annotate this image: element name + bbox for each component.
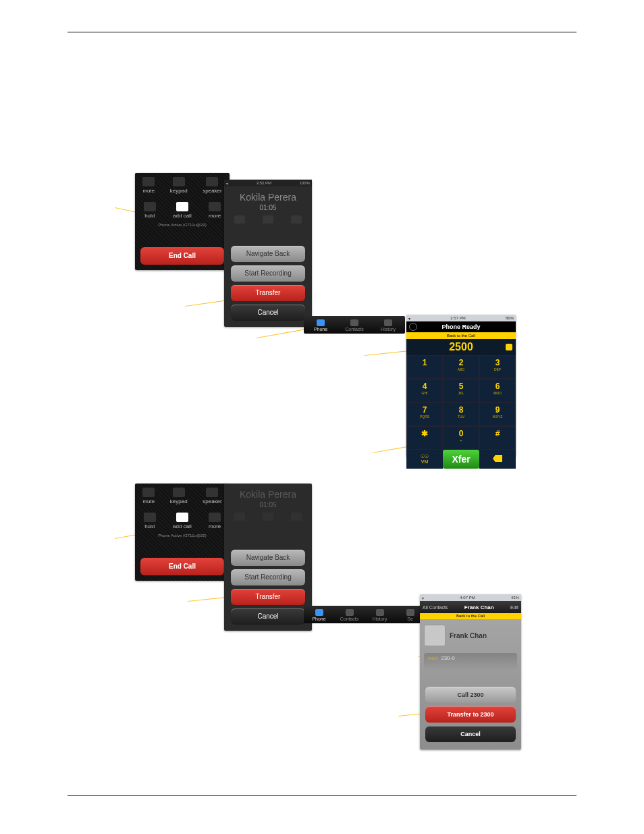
transfer-button[interactable]: Transfer: [231, 589, 305, 605]
endcall-button[interactable]: End Call: [140, 247, 224, 265]
transfer-button[interactable]: Transfer: [231, 285, 305, 301]
keypad-icon: [173, 488, 185, 497]
more-button[interactable]: more: [209, 202, 221, 219]
start-recording-button[interactable]: Start Recording: [231, 569, 305, 585]
contacts-icon: [350, 319, 358, 326]
mute-button[interactable]: mute: [142, 488, 155, 504]
hold-label: hold: [144, 523, 155, 529]
tab-bar: Phone Contacts History: [304, 316, 405, 334]
history-icon: [376, 609, 384, 616]
voicemail-icon: ☉☉: [421, 454, 429, 459]
all-contacts-button[interactable]: All Contacts: [423, 605, 448, 610]
clear-icon[interactable]: [506, 344, 512, 350]
tab-history[interactable]: History: [365, 608, 395, 621]
key-7[interactable]: 7PQRS: [406, 402, 443, 426]
tab-label: Phone: [312, 617, 325, 621]
gear-icon[interactable]: [409, 323, 417, 331]
more-icon: [209, 513, 221, 522]
key-1[interactable]: 1: [406, 355, 443, 379]
key-3[interactable]: 3DEF: [479, 355, 516, 379]
speaker-label: speaker: [203, 188, 221, 194]
field-value: 230-0: [441, 655, 454, 661]
key-hash[interactable]: #: [479, 426, 516, 450]
cancel-button[interactable]: Cancel: [231, 305, 305, 321]
keypad-button[interactable]: keypad: [170, 488, 188, 504]
start-recording-button[interactable]: Start Recording: [231, 265, 305, 282]
dialer-screen: ▾2:57 PM86% Phone Ready Back to the Call…: [406, 315, 516, 457]
key-6[interactable]: 6MNO: [479, 379, 516, 402]
navigate-back-button[interactable]: Navigate Back: [231, 550, 305, 566]
keypad-button[interactable]: keypad: [170, 177, 188, 194]
plus-icon: [176, 513, 188, 522]
voicemail-button[interactable]: ☉☉VM: [406, 450, 443, 469]
navigate-back-button[interactable]: Navigate Back: [231, 246, 305, 262]
keypad-icon: [263, 513, 273, 521]
hold-icon: [144, 513, 156, 522]
phone-ready-bar: Phone Ready: [406, 321, 516, 332]
gear-icon: [406, 609, 414, 616]
key-2[interactable]: 2ABC: [443, 355, 479, 379]
speaker-icon: [206, 488, 218, 497]
edit-button[interactable]: Edit: [510, 605, 518, 610]
speaker-button[interactable]: speaker: [203, 488, 221, 504]
number-display: 2500: [406, 339, 516, 355]
speaker-button[interactable]: speaker: [203, 177, 221, 194]
cancel-button[interactable]: Cancel: [231, 608, 305, 625]
avatar: [424, 625, 446, 646]
more-icon: [209, 202, 221, 211]
more-label: more: [209, 523, 221, 529]
tab-label: History: [373, 617, 387, 621]
phone-icon: [315, 609, 323, 616]
key-0[interactable]: 0+: [443, 426, 479, 450]
incall-screen: mute keypad speaker hold add call more P…: [135, 484, 230, 581]
tab-label: History: [381, 327, 396, 332]
tab-contacts[interactable]: Contacts: [334, 608, 365, 621]
key-8[interactable]: 8TUV: [443, 402, 479, 426]
call-duration: 01:05: [224, 204, 312, 211]
key-9[interactable]: 9WXYZ: [479, 402, 516, 426]
key-5[interactable]: 5JKL: [443, 379, 479, 402]
call-status: Phone Active (G711u@20): [135, 533, 230, 538]
mute-icon: [234, 215, 245, 224]
more-actionsheet: ▾3:52 PM100% Kokila Perera 01:05 Navigat…: [224, 180, 312, 327]
endcall-button[interactable]: End Call: [140, 558, 224, 575]
back-to-call-bar[interactable]: Back to the Call: [406, 332, 516, 339]
field-label: main: [428, 656, 438, 660]
contacts-icon: [346, 609, 354, 616]
tab-contacts[interactable]: Contacts: [338, 318, 371, 332]
addcall-label: add call: [173, 213, 192, 219]
status-bar: ▾3:52 PM100%: [224, 180, 312, 186]
contact-title: Frank Chan: [464, 604, 494, 610]
tab-history[interactable]: History: [371, 318, 405, 332]
mute-button[interactable]: mute: [142, 177, 155, 194]
phone-field[interactable]: main230-0: [424, 653, 517, 669]
tab-phone[interactable]: Phone: [304, 318, 338, 332]
cancel-button[interactable]: Cancel: [425, 726, 516, 742]
speaker-label: speaker: [203, 498, 221, 504]
backspace-icon: [493, 455, 502, 462]
hold-button[interactable]: hold: [144, 202, 156, 219]
backspace-button[interactable]: [479, 450, 516, 469]
more-button[interactable]: more: [209, 513, 221, 529]
transfer-to-button[interactable]: Transfer to 2300: [425, 706, 516, 723]
back-to-call-bar[interactable]: Back to the Call: [420, 613, 521, 619]
tab-phone[interactable]: Phone: [304, 608, 334, 621]
key-star[interactable]: ✱: [406, 426, 443, 450]
callout-arrow: [257, 328, 310, 338]
mute-icon: [234, 513, 245, 521]
incall-screen: mute keypad speaker hold add call more P…: [135, 173, 230, 270]
hold-button[interactable]: hold: [144, 513, 156, 529]
tab-bar: Phone Contacts History Se: [304, 606, 425, 623]
tab-label: Phone: [314, 327, 327, 332]
mute-icon: [142, 177, 155, 186]
contact-name: Frank Chan: [450, 632, 487, 640]
xfer-button[interactable]: Xfer: [443, 450, 479, 469]
more-label: more: [209, 213, 221, 219]
speaker-icon: [291, 215, 302, 224]
key-4[interactable]: 4GHI: [406, 379, 443, 402]
addcall-button[interactable]: add call: [173, 513, 192, 529]
more-actionsheet: Kokila Perera 01:05 Navigate Back Start …: [224, 484, 312, 631]
call-number-button[interactable]: Call 2300: [425, 687, 516, 703]
addcall-button[interactable]: add call: [173, 202, 192, 219]
call-status: Phone Active (G711u@20): [135, 223, 230, 227]
